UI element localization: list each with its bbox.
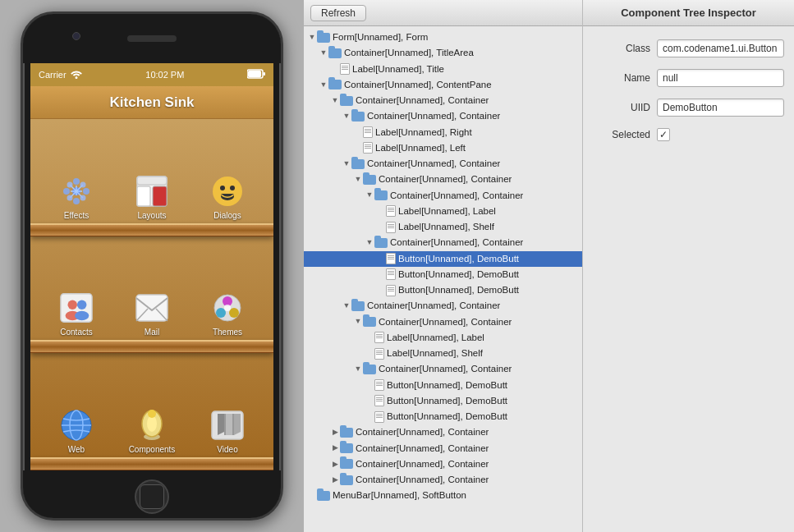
tree-row[interactable]: Label[Unnamed], Shelf: [304, 346, 582, 361]
tree-row[interactable]: ▼Container[Unnamed], Container: [304, 298, 582, 314]
tree-arrow: ▼: [353, 174, 363, 186]
svg-point-29: [75, 311, 89, 320]
shelf-item-layouts[interactable]: Layouts: [122, 173, 181, 220]
folder-icon: [363, 317, 376, 327]
tree-row[interactable]: Button[Unnamed], DemoButt: [304, 409, 582, 424]
svg-point-36: [229, 308, 239, 318]
tree-row[interactable]: Button[Unnamed], DemoButt: [304, 393, 582, 409]
tree-row[interactable]: Button[Unnamed], DemoButt: [304, 282, 582, 298]
tree-row[interactable]: ▼Form[Unnamed], Form: [304, 30, 582, 45]
svg-point-26: [68, 300, 77, 310]
tree-row[interactable]: Label[Unnamed], Label: [304, 330, 582, 346]
carrier-label: Carrier: [39, 70, 67, 80]
tree-row[interactable]: ▼Container[Unnamed], Container: [304, 235, 582, 250]
shelf-item-video[interactable]: Video: [198, 407, 257, 454]
tree-node-label: Label[Unnamed], Shelf: [387, 346, 483, 360]
tree-row[interactable]: ▶Container[Unnamed], Container: [304, 472, 582, 488]
shelf-board-1: [30, 223, 273, 236]
tree-row[interactable]: ▼Container[Unnamed], Container: [304, 361, 582, 377]
tree-row[interactable]: ▶Container[Unnamed], Container: [304, 424, 582, 440]
tree-row[interactable]: Label[Unnamed], Title: [304, 62, 582, 77]
shelf-row-3: Web: [30, 353, 273, 470]
shelf-item-components[interactable]: Components: [122, 407, 181, 454]
tree-row[interactable]: Button[Unnamed], DemoButt: [304, 378, 582, 393]
tree-node-label: Container[Unnamed], Container: [367, 157, 500, 171]
tree-node-label: Button[Unnamed], DemoButt: [387, 410, 507, 424]
tree-row[interactable]: ▶Container[Unnamed], Container: [304, 456, 582, 472]
components-icon: [134, 407, 170, 443]
tree-row[interactable]: Label[Unnamed], Right: [304, 125, 582, 140]
layouts-label: Layouts: [137, 211, 166, 220]
shelf-item-mail[interactable]: Mail: [122, 290, 181, 337]
tree-arrow: ▶: [330, 459, 340, 470]
shelf-item-web[interactable]: Web: [47, 407, 106, 454]
tree-row[interactable]: Label[Unnamed], Shelf: [304, 219, 582, 235]
tree-row[interactable]: ▼Container[Unnamed], Container: [304, 172, 582, 187]
contacts-icon: [58, 290, 94, 326]
folder-icon: [340, 459, 353, 469]
tree-body: ▼Form[Unnamed], Form▼Container[Unnamed],…: [304, 26, 582, 532]
time-label: 10:02 PM: [145, 70, 184, 80]
home-button[interactable]: [135, 479, 169, 514]
shelf-items-2: Contacts: [30, 285, 273, 340]
video-label: Video: [217, 445, 237, 454]
tree-arrow: ▼: [353, 364, 363, 375]
tree-node-label: Label[Unnamed], Shelf: [398, 220, 494, 234]
tree-row[interactable]: ▼Container[Unnamed], Container: [304, 156, 582, 172]
tree-row[interactable]: Label[Unnamed], Label: [304, 204, 582, 219]
tree-row[interactable]: ▶Container[Unnamed], Container: [304, 441, 582, 456]
layouts-icon: [134, 173, 170, 209]
folder-icon: [317, 33, 330, 43]
inspector-panel: Component Tree Inspector Classcom.codena…: [583, 0, 794, 532]
phone-shell: Carrier 10:02 PM Kitchen Sink: [21, 11, 283, 521]
tree-row[interactable]: ▼Container[Unnamed], Container: [304, 188, 582, 204]
inspector-field-row: Namenull: [593, 69, 784, 87]
svg-rect-17: [137, 177, 167, 185]
tree-row[interactable]: ▼Container[Unnamed], Container: [304, 108, 582, 124]
folder-icon: [340, 428, 353, 438]
tree-row[interactable]: Label[Unnamed], Left: [304, 140, 582, 156]
themes-icon: [209, 290, 246, 326]
inspector-field-value[interactable]: DemoButton: [657, 99, 784, 117]
inspector-field-value[interactable]: com.codename1.ui.Button: [657, 39, 784, 57]
effects-icon: [58, 173, 94, 209]
file-icon: [363, 142, 373, 154]
svg-point-6: [63, 188, 70, 195]
inspector-checkbox[interactable]: ✓: [657, 128, 670, 141]
folder-icon: [363, 175, 376, 185]
shelf-item-themes[interactable]: Themes: [198, 290, 257, 337]
carrier-area: Carrier: [39, 69, 83, 80]
dialogs-icon: [209, 173, 246, 209]
inspector-field-label: Name: [593, 72, 650, 84]
svg-point-13: [80, 181, 86, 187]
refresh-button[interactable]: Refresh: [310, 5, 366, 21]
inspector-field-value[interactable]: null: [657, 69, 784, 87]
tree-node-label: Button[Unnamed], DemoButt: [398, 252, 519, 266]
tree-row[interactable]: ▼Container[Unnamed], Container: [304, 93, 582, 108]
tree-arrow: ▼: [330, 95, 340, 107]
tree-row[interactable]: ▼Container[Unnamed], ContentPane: [304, 77, 582, 93]
tree-row[interactable]: MenuBar[Unnamed], SoftButton: [304, 488, 582, 503]
mail-icon: [134, 290, 170, 326]
folder-icon: [340, 96, 353, 106]
effects-label: Effects: [64, 211, 89, 220]
tree-node-label: Label[Unnamed], Title: [352, 62, 444, 76]
tree-row[interactable]: ▼Container[Unnamed], TitleArea: [304, 45, 582, 61]
tree-row[interactable]: Button[Unnamed], DemoButt: [304, 251, 582, 267]
shelf-item-effects[interactable]: Effects: [47, 173, 106, 220]
inspector-field-label: Class: [593, 43, 650, 54]
folder-icon: [351, 112, 365, 122]
shelf-items-3: Web: [30, 402, 273, 457]
components-label: Components: [129, 445, 176, 454]
folder-icon: [351, 159, 365, 169]
inspector-title-text: Component Tree Inspector: [621, 7, 756, 19]
tree-row[interactable]: ▼Container[Unnamed], Container: [304, 314, 582, 330]
tree-arrow: ▼: [319, 48, 328, 59]
tree-row[interactable]: Button[Unnamed], DemoButt: [304, 267, 582, 282]
shelf-item-dialogs[interactable]: Dialogs: [198, 173, 257, 220]
folder-icon: [374, 238, 388, 248]
battery-icon: [247, 69, 265, 80]
shelf-item-contacts[interactable]: Contacts: [47, 290, 106, 337]
tree-arrow: ▼: [342, 300, 351, 312]
shelf-row-2: Contacts: [30, 236, 273, 354]
